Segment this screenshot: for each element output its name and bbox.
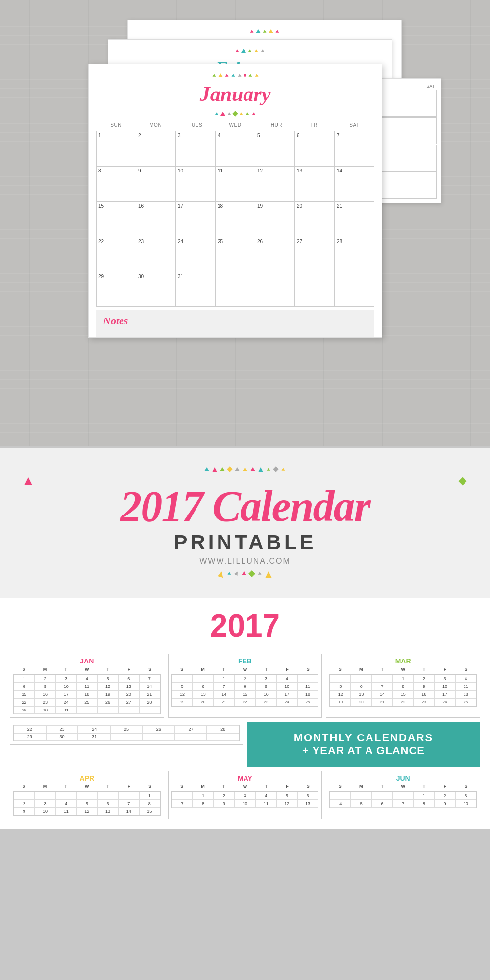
mini-apr-title: APR (13, 774, 161, 782)
mini-mar: MAR SMTWTFS 1234 567891011 1213141516171… (326, 654, 480, 718)
top-months-grid: JAN SMTWTFS 1234567 891011121314 1516171… (10, 654, 480, 718)
mini-jan: JAN SMTWTFS 1234567 891011121314 1516171… (10, 654, 164, 718)
teal-banner-line2: + YEAR AT A GLANCE (262, 744, 466, 757)
middle-row: 22232425262728 293031 MONTHLY CALENDARS … (10, 722, 480, 767)
mini-may-bottom: MAY SMTWTFS 123456 78910111213 (168, 771, 322, 819)
website-url: WWW.LILLUNA.COM (10, 557, 480, 565)
teal-banner-line1: MONTHLY CALENDARS (262, 732, 466, 744)
confetti-top (10, 467, 480, 472)
mini-jun-title: JUN (329, 774, 477, 782)
jan-title: January (96, 82, 374, 106)
mini-feb: FEB SMTWTFS 1234 567891011 1213141516171… (168, 654, 322, 718)
jan-grid: 1 2 3 4 5 6 7 8 9 10 11 12 13 14 15 16 1… (96, 131, 374, 307)
bottom-section: 2017 JAN SMTWTFS 1234567 891011121314 15… (0, 598, 490, 829)
notes-label: Notes (103, 315, 128, 327)
confetti-bottom (10, 571, 480, 578)
mini-jan-title: JAN (13, 657, 161, 665)
calendar-stack: May SUNMONTUESWEDTHURFRISAT (88, 15, 402, 436)
mini-jun: JUN SMTWTFS 123 45678910 (326, 771, 480, 819)
mini-apr: APR SMTWTFS 1 2345678 9101112131415 (10, 771, 164, 819)
mini-mar-title: MAR (329, 657, 477, 665)
jan-calendar: January SUNMONTUESWEDTHURFRISAT 1 2 3 (88, 64, 382, 338)
year-label: 2017 (10, 608, 480, 644)
mini-feb-title: FEB (172, 657, 319, 665)
top-section: May SUNMONTUESWEDTHURFRISAT (0, 0, 490, 446)
main-promo-title: 2017 Calendar (10, 485, 480, 528)
notes-area: Notes (96, 310, 374, 337)
jan-continued: 22232425262728 293031 (10, 722, 243, 745)
printable-label: PRINTABLE (10, 531, 480, 554)
middle-section: 2017 Calendar PRINTABLE WWW.LILLUNA.COM (0, 446, 490, 598)
bottom-months-grid: APR SMTWTFS 1 2345678 9101112131415 MAY … (10, 771, 480, 819)
teal-banner: MONTHLY CALENDARS + YEAR AT A GLANCE (247, 722, 480, 767)
mini-may-title: MAY (172, 774, 319, 782)
